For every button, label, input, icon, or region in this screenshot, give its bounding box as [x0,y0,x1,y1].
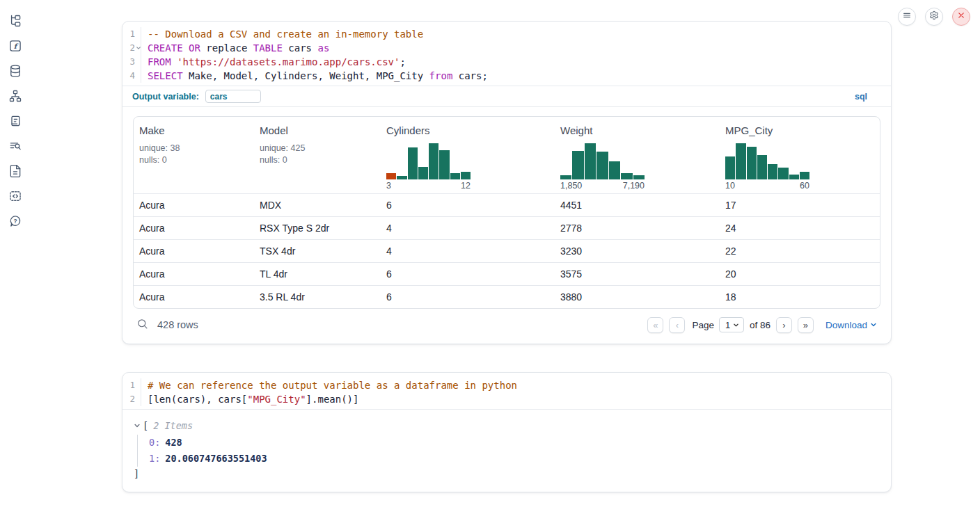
axis-max: 7,190 [623,181,645,191]
column-header-make[interactable]: Make unique: 38 nulls: 0 [134,117,254,193]
close-button[interactable] [952,8,970,26]
cell-mpg-city: 18 [720,291,880,303]
code-content: [len(cars), cars["MPG_City"].mean()] [141,392,358,406]
settings-button[interactable] [925,8,943,26]
output-variable-input[interactable] [205,90,261,103]
python-code-editor[interactable]: 1 # We can reference the output variable… [122,373,891,409]
topbar-actions [898,8,970,26]
download-button[interactable]: Download [825,320,877,330]
page-select-value: 1 [725,320,730,330]
functions-icon: f [8,39,22,56]
code-line[interactable]: 2 [len(cars), cars["MPG_City"].mean()] [122,392,891,406]
code-line[interactable]: 1 # We can reference the output variable… [122,378,891,392]
list-search-icon [8,139,22,156]
scroll-icon [8,114,22,131]
open-bracket: [ [143,420,148,431]
column-header-cylinders[interactable]: Cylinders 3 12 [381,117,555,193]
python-cell: 1 # We can reference the output variable… [122,372,892,492]
table-row[interactable]: Acura 3.5 RL 4dr 6 3880 18 [134,285,880,308]
entry-value: 20.060747663551403 [165,453,267,464]
sql-code-editor[interactable]: 1 -- Download a CSV and create an in-mem… [122,22,891,86]
histogram-axis: 1,850 7,190 [560,181,645,193]
column-name: Cylinders [386,124,549,136]
page-total-label: of 86 [750,320,770,330]
code-line[interactable]: 1 -- Download a CSV and create an in-mem… [122,27,891,41]
code-line[interactable]: 4 SELECT Make, Model, Cylinders, Weight,… [122,69,891,83]
cell-weight: 3230 [555,246,720,257]
column-header-mpg-city[interactable]: MPG_City 10 60 [720,117,880,193]
tree-root: [ 2 Items [134,418,880,433]
column-name: Model [260,124,375,136]
first-page-button[interactable]: « [647,317,663,333]
next-page-button[interactable]: › [776,317,792,333]
svg-text:f: f [14,42,19,50]
collapse-chevron-icon[interactable] [134,422,141,429]
download-label: Download [825,320,867,330]
code-snippets-icon [8,189,22,206]
sql-cell: 1 -- Download a CSV and create an in-mem… [122,21,892,344]
database-icon [8,64,22,81]
table-row[interactable]: Acura MDX 6 4451 17 [134,193,880,216]
sidebar-item-logs[interactable] [8,140,23,155]
menu-button[interactable] [898,8,916,26]
table-row[interactable]: Acura TSX 4dr 4 3230 22 [134,239,880,262]
cell-weight: 3575 [555,268,720,280]
column-header-model[interactable]: Model unique: 425 nulls: 0 [254,117,381,193]
sidebar-item-help[interactable]: ? [8,215,23,230]
stat-nulls: nulls: 0 [139,154,248,166]
python-output-area: [ 2 Items 0:428 1:20.060747663551403 ] [122,410,891,492]
cell-weight: 4451 [555,200,720,211]
code-content: -- Download a CSV and create an in-memor… [141,27,423,41]
last-page-button[interactable]: » [798,317,814,333]
sidebar-item-dependency-graph[interactable] [8,90,23,105]
cell-make: Acura [134,291,254,303]
sidebar-item-snippets[interactable] [8,190,23,205]
cell-mpg-city: 20 [720,268,880,280]
mpg-city-histogram [725,143,809,179]
code-content: SELECT Make, Model, Cylinders, Weight, M… [141,69,488,83]
cell-make: Acura [134,223,254,234]
search-icon [136,318,148,332]
histogram-axis: 10 60 [725,181,809,193]
code-line[interactable]: 3 FROM 'https://datasets.marimo.app/cars… [122,55,891,69]
sidebar-item-file-explorer[interactable] [8,15,23,30]
sidebar-item-functions[interactable]: f [8,40,23,55]
page-label: Page [692,320,714,330]
sidebar-item-datasources[interactable] [8,65,23,80]
column-header-weight[interactable]: Weight 1,850 7,190 [555,117,720,193]
stat-unique: unique: 425 [260,143,375,154]
code-content: FROM 'https://datasets.marimo.app/cars.c… [141,55,406,69]
line-number: 1 [122,378,141,392]
cell-weight: 3880 [555,291,720,303]
sidebar-item-documentation[interactable] [8,165,23,180]
cell-make: Acura [134,200,254,211]
column-stats: unique: 425 nulls: 0 [260,143,375,166]
chevron-down-icon [870,321,877,328]
entry-value: 428 [165,437,182,448]
output-variable-row: Output variable: sql [122,86,891,107]
column-name: Weight [560,124,714,136]
fold-chevron-icon[interactable] [136,45,141,51]
sidebar-item-scratchpad[interactable] [8,115,23,130]
histogram-axis: 3 12 [386,181,471,193]
file-explorer-tree-icon [8,14,22,31]
search-button[interactable] [136,318,148,332]
entry-index: 0: [149,437,160,448]
chevron-down-icon [733,322,739,328]
code-line[interactable]: 2 CREATE OR replace TABLE cars as [122,41,891,55]
row-count: 428 rows [157,319,198,330]
table-row[interactable]: Acura RSX Type S 2dr 4 2778 24 [134,216,880,239]
axis-min: 1,850 [560,181,582,191]
line-number: 3 [122,55,141,69]
column-stats: unique: 38 nulls: 0 [139,143,248,166]
entry-index: 1: [149,453,160,464]
menu-icon [902,10,912,23]
axis-max: 60 [800,181,809,191]
cell-make: Acura [134,246,254,257]
prev-page-button[interactable]: ‹ [669,317,685,333]
table-row[interactable]: Acura TL 4dr 6 3575 20 [134,262,880,285]
cell-cylinders: 4 [381,246,555,257]
page-select[interactable]: 1 [719,317,744,332]
sql-output-area: Make unique: 38 nulls: 0 Model unique: 4… [122,107,891,344]
dependency-graph-icon [8,89,22,106]
